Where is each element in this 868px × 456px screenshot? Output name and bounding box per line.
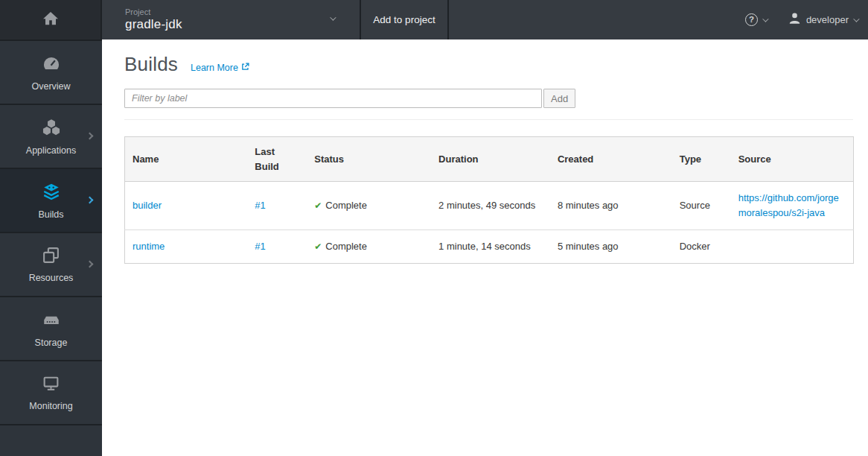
col-created: Created xyxy=(550,137,672,182)
table-row: builder #1 ✔Complete 2 minutes, 49 secon… xyxy=(125,182,854,230)
col-type: Type xyxy=(672,137,731,182)
sidebar-item-monitoring[interactable]: Monitoring xyxy=(0,361,102,425)
sidebar-item-label: Monitoring xyxy=(29,401,72,411)
chevron-right-icon xyxy=(86,261,94,268)
top-bar: Project gradle-jdk Add to project ? deve… xyxy=(0,0,868,39)
storage-icon xyxy=(42,310,61,332)
dashboard-icon xyxy=(42,54,61,76)
home-button[interactable] xyxy=(0,0,102,39)
resources-icon xyxy=(42,246,60,267)
user-name: developer xyxy=(806,14,849,25)
add-to-project-label: Add to project xyxy=(373,14,435,25)
sidebar-item-resources[interactable]: Resources xyxy=(0,233,102,297)
sidebar-item-label: Overview xyxy=(31,81,70,92)
page-header: Builds Learn More xyxy=(124,39,853,76)
build-name-link[interactable]: builder xyxy=(133,200,162,211)
project-selector[interactable]: Project gradle-jdk xyxy=(102,0,360,39)
chevron-down-icon xyxy=(853,16,859,22)
created-text: 5 minutes ago xyxy=(550,230,672,264)
sidebar-item-builds[interactable]: Builds xyxy=(0,169,102,233)
last-build-link[interactable]: #1 xyxy=(255,241,265,252)
sidebar-item-storage[interactable]: Storage xyxy=(0,297,102,361)
created-text: 8 minutes ago xyxy=(550,182,672,230)
user-menu[interactable]: developer xyxy=(777,0,868,39)
col-last-build: Last Build xyxy=(247,137,307,182)
sidebar-item-label: Builds xyxy=(38,209,63,220)
main-content: Builds Learn More Add Name Last Build St… xyxy=(102,39,868,456)
last-build-link[interactable]: #1 xyxy=(255,200,265,211)
sidebar-item-partial xyxy=(0,425,102,446)
table-row: runtime #1 ✔Complete 1 minute, 14 second… xyxy=(125,230,854,264)
check-icon: ✔ xyxy=(314,241,322,252)
status-text: Complete xyxy=(325,200,367,211)
builds-table: Name Last Build Status Duration Created … xyxy=(124,136,854,264)
chevron-right-icon xyxy=(86,133,94,140)
col-source: Source xyxy=(731,137,854,182)
user-icon xyxy=(788,11,802,28)
monitoring-icon xyxy=(42,374,60,396)
col-duration: Duration xyxy=(431,137,550,182)
learn-more-link[interactable]: Learn More xyxy=(191,63,249,73)
cubes-icon xyxy=(42,118,61,140)
sidebar-item-applications[interactable]: Applications xyxy=(0,105,102,169)
help-menu[interactable]: ? xyxy=(735,0,777,39)
external-link-icon xyxy=(241,63,249,73)
col-status: Status xyxy=(307,137,431,182)
chevron-down-icon xyxy=(762,16,768,22)
source-empty xyxy=(731,230,854,264)
page-title: Builds xyxy=(124,53,178,76)
sidebar-item-overview[interactable]: Overview xyxy=(0,41,102,105)
check-icon: ✔ xyxy=(314,200,322,211)
type-text: Docker xyxy=(672,230,731,264)
sidebar-item-label: Applications xyxy=(26,145,76,156)
home-icon xyxy=(42,10,60,31)
filter-toolbar: Add xyxy=(124,89,853,120)
sidebar-item-label: Storage xyxy=(35,338,68,348)
topbar-spacer xyxy=(449,0,735,39)
table-header-row: Name Last Build Status Duration Created … xyxy=(125,137,854,182)
chevron-right-icon xyxy=(86,197,94,204)
col-name: Name xyxy=(125,137,248,182)
sidebar-nav: Overview Applications Builds Resources S… xyxy=(0,39,102,456)
add-filter-button[interactable]: Add xyxy=(543,89,575,108)
filter-input[interactable] xyxy=(124,89,542,108)
status-text: Complete xyxy=(325,241,367,252)
builds-icon xyxy=(42,182,61,204)
duration-text: 1 minute, 14 seconds xyxy=(431,230,550,264)
duration-text: 2 minutes, 49 seconds xyxy=(431,182,550,230)
learn-more-label: Learn More xyxy=(191,63,238,73)
sidebar-item-label: Resources xyxy=(29,273,74,283)
source-link[interactable]: https://github.com/jorgemoralespou/s2i-j… xyxy=(738,192,839,218)
project-label: Project xyxy=(125,7,360,16)
help-icon: ? xyxy=(745,13,758,26)
project-name: gradle-jdk xyxy=(125,17,360,32)
build-name-link[interactable]: runtime xyxy=(133,241,165,252)
add-to-project-button[interactable]: Add to project xyxy=(360,0,449,39)
type-text: Source xyxy=(672,182,731,230)
